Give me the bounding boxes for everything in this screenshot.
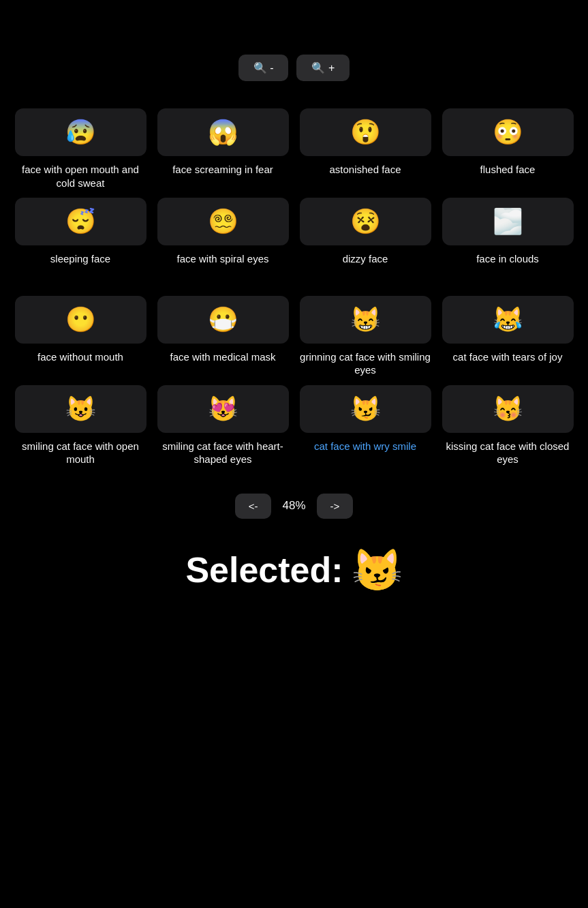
emoji-cell: 😳flushed face: [442, 108, 574, 190]
emoji-cell: 😶face without mouth: [15, 296, 146, 377]
emoji-label: cat face with tears of joy: [453, 350, 563, 364]
emoji-badge[interactable]: 😺: [15, 385, 146, 433]
next-page-button[interactable]: ->: [317, 494, 354, 519]
emoji-label: kissing cat face with closed eyes: [442, 440, 574, 466]
emoji-cell: 😵dizzy face: [300, 198, 431, 266]
selected-section: Selected: 😼: [185, 546, 402, 594]
emoji-cell: 😹cat face with tears of joy: [442, 296, 574, 377]
emoji-badge[interactable]: 😽: [442, 385, 574, 433]
emoji-cell: 😼cat face with wry smile: [300, 385, 431, 466]
emoji-badge[interactable]: 😹: [442, 296, 574, 344]
emoji-badge[interactable]: 🌫️: [442, 198, 574, 245]
emoji-badge[interactable]: 😻: [157, 385, 289, 433]
emoji-badge[interactable]: 😴: [15, 198, 146, 245]
emoji-label: face in clouds: [476, 252, 539, 266]
emoji-badge[interactable]: 😵‍💫: [157, 198, 289, 245]
emoji-cell: 😱face screaming in fear: [157, 108, 289, 190]
emoji-badge[interactable]: 😵: [300, 198, 431, 245]
emoji-badge[interactable]: 😼: [300, 385, 431, 433]
emoji-label: face without mouth: [37, 350, 123, 364]
emoji-badge[interactable]: 😰: [15, 108, 146, 156]
emoji-cell: 😴sleeping face: [15, 198, 146, 266]
emoji-cell: 🌫️face in clouds: [442, 198, 574, 266]
emoji-badge[interactable]: 😶: [15, 296, 146, 344]
prev-page-button[interactable]: <-: [235, 494, 272, 519]
emoji-cell: 😻smiling cat face with heart-shaped eyes: [157, 385, 289, 466]
emoji-badge[interactable]: 😸: [300, 296, 431, 344]
emoji-label: flushed face: [480, 163, 536, 177]
emoji-label: sleeping face: [50, 252, 110, 266]
zoom-controls: 🔍 - 🔍 +: [238, 55, 350, 81]
emoji-label: face with spiral eyes: [176, 252, 268, 266]
selected-emoji: 😼: [352, 546, 403, 594]
emoji-label: smiling cat face with heart-shaped eyes: [157, 440, 289, 466]
emoji-label: astonished face: [329, 163, 401, 177]
selected-label: Selected:: [185, 549, 343, 590]
zoom-increase-button[interactable]: 🔍 +: [296, 55, 350, 81]
section-gap: [15, 274, 574, 288]
emoji-label: face with medical mask: [170, 350, 275, 364]
emoji-label: face screaming in fear: [172, 163, 273, 177]
emoji-cell: 😷face with medical mask: [157, 296, 289, 377]
emoji-label: face with open mouth and cold sweat: [15, 163, 146, 190]
emoji-cell: 😽kissing cat face with closed eyes: [442, 385, 574, 466]
emoji-label: dizzy face: [343, 252, 388, 266]
emoji-badge[interactable]: 😷: [157, 296, 289, 344]
emoji-cell: 😺smiling cat face with open mouth: [15, 385, 146, 466]
emoji-badge[interactable]: 😲: [300, 108, 431, 156]
emoji-cell: 😲astonished face: [300, 108, 431, 190]
emoji-label: grinning cat face with smiling eyes: [300, 350, 431, 377]
pagination: <- 48% ->: [235, 494, 354, 519]
emoji-grid: 😰face with open mouth and cold sweat😱fac…: [15, 108, 574, 466]
emoji-cell: 😰face with open mouth and cold sweat: [15, 108, 146, 190]
emoji-badge[interactable]: 😱: [157, 108, 289, 156]
emoji-cell: 😸grinning cat face with smiling eyes: [300, 296, 431, 377]
emoji-label: cat face with wry smile: [314, 440, 416, 453]
emoji-label: smiling cat face with open mouth: [15, 440, 146, 466]
emoji-cell: 😵‍💫face with spiral eyes: [157, 198, 289, 266]
zoom-decrease-button[interactable]: 🔍 -: [238, 55, 289, 81]
emoji-badge[interactable]: 😳: [442, 108, 574, 156]
page-percent: 48%: [282, 499, 305, 513]
